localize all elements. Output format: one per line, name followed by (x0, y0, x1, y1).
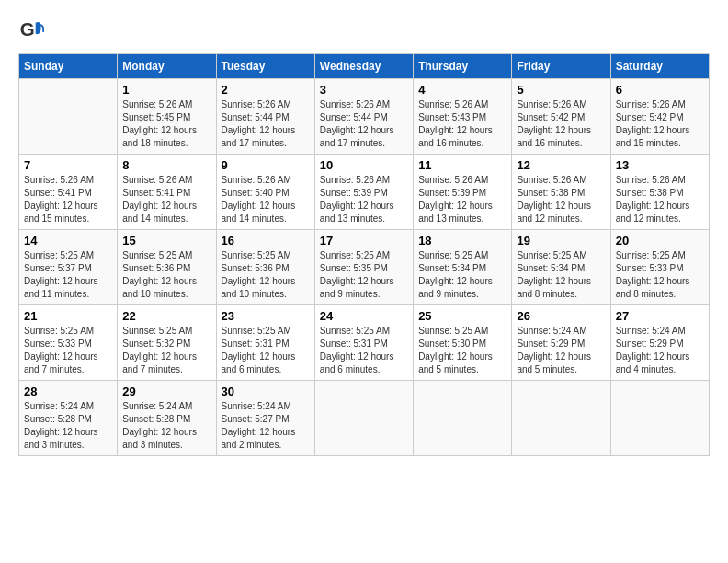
day-info: Sunrise: 5:25 AMSunset: 5:31 PMDaylight:… (222, 325, 310, 376)
calendar-cell (314, 381, 413, 456)
day-info: Sunrise: 5:25 AMSunset: 5:34 PMDaylight:… (517, 249, 605, 301)
day-number: 15 (122, 234, 210, 247)
day-info: Sunrise: 5:26 AMSunset: 5:45 PMDaylight:… (122, 98, 210, 150)
calendar-cell: 9Sunrise: 5:26 AMSunset: 5:40 PMDaylight… (216, 155, 314, 230)
day-number: 25 (418, 309, 506, 323)
calendar-week-0: 1Sunrise: 5:26 AMSunset: 5:45 PMDaylight… (19, 79, 710, 155)
day-number: 8 (122, 158, 210, 172)
calendar-cell: 19Sunrise: 5:25 AMSunset: 5:34 PMDayligh… (512, 230, 610, 305)
day-info: Sunrise: 5:25 AMSunset: 5:34 PMDaylight:… (418, 249, 506, 301)
calendar-cell: 4Sunrise: 5:26 AMSunset: 5:43 PMDaylight… (414, 79, 512, 155)
header-wednesday: Wednesday (314, 54, 413, 79)
calendar-cell: 15Sunrise: 5:25 AMSunset: 5:36 PMDayligh… (118, 230, 216, 305)
day-number: 3 (320, 83, 408, 97)
calendar-cell: 21Sunrise: 5:25 AMSunset: 5:33 PMDayligh… (19, 305, 118, 381)
day-number: 7 (24, 158, 112, 172)
calendar-cell (414, 381, 512, 456)
calendar-cell: 22Sunrise: 5:25 AMSunset: 5:32 PMDayligh… (118, 305, 216, 381)
day-info: Sunrise: 5:24 AMSunset: 5:28 PMDaylight:… (122, 400, 210, 452)
day-number: 12 (517, 158, 605, 172)
header-sunday: Sunday (19, 54, 118, 79)
day-number: 30 (222, 385, 310, 398)
day-info: Sunrise: 5:26 AMSunset: 5:40 PMDaylight:… (222, 174, 310, 225)
calendar-cell: 26Sunrise: 5:24 AMSunset: 5:29 PMDayligh… (512, 305, 610, 381)
calendar-cell: 25Sunrise: 5:25 AMSunset: 5:30 PMDayligh… (414, 305, 512, 381)
day-info: Sunrise: 5:25 AMSunset: 5:32 PMDaylight:… (122, 325, 210, 376)
calendar-cell: 29Sunrise: 5:24 AMSunset: 5:28 PMDayligh… (118, 381, 216, 456)
calendar-cell (610, 381, 709, 456)
header-monday: Monday (118, 54, 216, 79)
day-info: Sunrise: 5:26 AMSunset: 5:42 PMDaylight:… (616, 98, 704, 150)
day-number: 28 (24, 385, 112, 398)
calendar-week-3: 21Sunrise: 5:25 AMSunset: 5:33 PMDayligh… (19, 305, 710, 381)
day-number: 11 (418, 158, 506, 172)
header-thursday: Thursday (414, 54, 512, 79)
calendar-cell: 13Sunrise: 5:26 AMSunset: 5:38 PMDayligh… (610, 155, 709, 230)
day-number: 21 (24, 309, 112, 323)
day-info: Sunrise: 5:26 AMSunset: 5:39 PMDaylight:… (418, 174, 506, 225)
day-number: 1 (122, 83, 210, 97)
day-number: 24 (320, 309, 408, 323)
calendar-table: SundayMondayTuesdayWednesdayThursdayFrid… (18, 53, 710, 456)
calendar-cell (19, 79, 118, 155)
day-info: Sunrise: 5:26 AMSunset: 5:41 PMDaylight:… (122, 174, 210, 225)
day-number: 2 (222, 83, 310, 97)
calendar-cell: 27Sunrise: 5:24 AMSunset: 5:29 PMDayligh… (610, 305, 709, 381)
day-info: Sunrise: 5:25 AMSunset: 5:36 PMDaylight:… (222, 249, 310, 301)
calendar-cell: 24Sunrise: 5:25 AMSunset: 5:31 PMDayligh… (314, 305, 413, 381)
calendar-cell: 6Sunrise: 5:26 AMSunset: 5:42 PMDaylight… (610, 79, 709, 155)
day-info: Sunrise: 5:25 AMSunset: 5:35 PMDaylight:… (320, 249, 408, 301)
calendar-cell: 28Sunrise: 5:24 AMSunset: 5:28 PMDayligh… (19, 381, 118, 456)
calendar-cell: 5Sunrise: 5:26 AMSunset: 5:42 PMDaylight… (512, 79, 610, 155)
day-number: 29 (122, 385, 210, 398)
day-info: Sunrise: 5:25 AMSunset: 5:33 PMDaylight:… (24, 325, 112, 376)
day-info: Sunrise: 5:25 AMSunset: 5:37 PMDaylight:… (24, 249, 112, 301)
calendar-cell: 18Sunrise: 5:25 AMSunset: 5:34 PMDayligh… (414, 230, 512, 305)
day-number: 17 (320, 234, 408, 247)
calendar-week-2: 14Sunrise: 5:25 AMSunset: 5:37 PMDayligh… (19, 230, 710, 305)
day-info: Sunrise: 5:25 AMSunset: 5:30 PMDaylight:… (418, 325, 506, 376)
calendar-cell: 16Sunrise: 5:25 AMSunset: 5:36 PMDayligh… (216, 230, 314, 305)
day-info: Sunrise: 5:24 AMSunset: 5:29 PMDaylight:… (616, 325, 704, 376)
header-friday: Friday (512, 54, 610, 79)
day-number: 9 (222, 158, 310, 172)
day-number: 5 (517, 83, 605, 97)
day-info: Sunrise: 5:26 AMSunset: 5:39 PMDaylight:… (320, 174, 408, 225)
day-info: Sunrise: 5:25 AMSunset: 5:33 PMDaylight:… (616, 249, 704, 301)
calendar-cell: 1Sunrise: 5:26 AMSunset: 5:45 PMDaylight… (118, 79, 216, 155)
day-number: 20 (616, 234, 704, 247)
svg-text:G: G (20, 18, 35, 40)
calendar-cell: 23Sunrise: 5:25 AMSunset: 5:31 PMDayligh… (216, 305, 314, 381)
calendar-week-4: 28Sunrise: 5:24 AMSunset: 5:28 PMDayligh… (19, 381, 710, 456)
calendar-cell: 17Sunrise: 5:25 AMSunset: 5:35 PMDayligh… (314, 230, 413, 305)
calendar-cell: 12Sunrise: 5:26 AMSunset: 5:38 PMDayligh… (512, 155, 610, 230)
day-info: Sunrise: 5:25 AMSunset: 5:31 PMDaylight:… (320, 325, 408, 376)
calendar-cell: 20Sunrise: 5:25 AMSunset: 5:33 PMDayligh… (610, 230, 709, 305)
day-info: Sunrise: 5:24 AMSunset: 5:27 PMDaylight:… (222, 400, 310, 452)
calendar-cell: 30Sunrise: 5:24 AMSunset: 5:27 PMDayligh… (216, 381, 314, 456)
logo: G (18, 18, 48, 44)
calendar-cell: 8Sunrise: 5:26 AMSunset: 5:41 PMDaylight… (118, 155, 216, 230)
day-number: 14 (24, 234, 112, 247)
day-number: 16 (222, 234, 310, 247)
calendar-cell (512, 381, 610, 456)
day-number: 19 (517, 234, 605, 247)
day-info: Sunrise: 5:26 AMSunset: 5:38 PMDaylight:… (517, 174, 605, 225)
day-info: Sunrise: 5:26 AMSunset: 5:42 PMDaylight:… (517, 98, 605, 150)
day-number: 22 (122, 309, 210, 323)
day-info: Sunrise: 5:26 AMSunset: 5:41 PMDaylight:… (24, 174, 112, 225)
day-number: 27 (616, 309, 704, 323)
day-number: 4 (418, 83, 506, 97)
calendar-cell: 10Sunrise: 5:26 AMSunset: 5:39 PMDayligh… (314, 155, 413, 230)
calendar-week-1: 7Sunrise: 5:26 AMSunset: 5:41 PMDaylight… (19, 155, 710, 230)
calendar-cell: 3Sunrise: 5:26 AMSunset: 5:44 PMDaylight… (314, 79, 413, 155)
day-number: 10 (320, 158, 408, 172)
day-info: Sunrise: 5:26 AMSunset: 5:44 PMDaylight:… (320, 98, 408, 150)
day-info: Sunrise: 5:24 AMSunset: 5:29 PMDaylight:… (517, 325, 605, 376)
day-info: Sunrise: 5:24 AMSunset: 5:28 PMDaylight:… (24, 400, 112, 452)
calendar-cell: 2Sunrise: 5:26 AMSunset: 5:44 PMDaylight… (216, 79, 314, 155)
day-info: Sunrise: 5:25 AMSunset: 5:36 PMDaylight:… (122, 249, 210, 301)
day-info: Sunrise: 5:26 AMSunset: 5:38 PMDaylight:… (616, 174, 704, 225)
calendar-header: SundayMondayTuesdayWednesdayThursdayFrid… (19, 54, 710, 79)
day-number: 23 (222, 309, 310, 323)
